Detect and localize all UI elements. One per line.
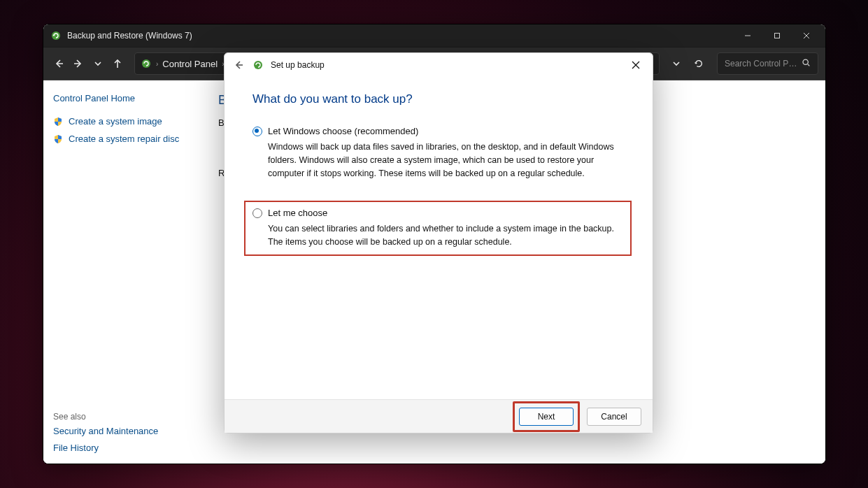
cancel-button[interactable]: Cancel: [587, 408, 641, 426]
backup-wizard-icon: [252, 59, 264, 71]
svg-point-9: [803, 59, 808, 64]
search-icon: [802, 58, 811, 69]
link-label: Create a system repair disc: [69, 134, 179, 144]
radio-let-windows-choose[interactable]: [252, 127, 262, 136]
nav-recent-button[interactable]: [90, 55, 106, 72]
nav-forward-button[interactable]: [70, 55, 87, 72]
shield-icon: [53, 134, 63, 144]
option-label: Let me choose: [268, 208, 327, 218]
minimize-button[interactable]: [733, 24, 762, 47]
setup-backup-dialog: Set up backup What do you want to back u…: [224, 52, 653, 433]
svg-point-12: [254, 61, 262, 69]
radio-let-me-choose[interactable]: [252, 208, 262, 218]
control-panel-home-link[interactable]: Control Panel Home: [53, 93, 187, 103]
create-system-image-link[interactable]: Create a system image: [53, 116, 187, 127]
window-title: Backup and Restore (Windows 7): [67, 31, 733, 41]
maximize-button[interactable]: [762, 24, 792, 47]
dialog-back-button[interactable]: [232, 58, 246, 72]
dialog-header: Set up backup: [225, 53, 653, 77]
dialog-footer: Next Cancel: [225, 399, 653, 433]
shield-icon: [53, 117, 63, 127]
link-label: Create a system image: [69, 116, 162, 127]
create-repair-disc-link[interactable]: Create a system repair disc: [53, 134, 187, 144]
option-description: You can select libraries and folders and…: [268, 222, 623, 249]
dialog-title: Set up backup: [271, 60, 615, 70]
address-dropdown-button[interactable]: [665, 52, 688, 75]
search-input[interactable]: Search Control P…: [717, 52, 818, 75]
see-also-heading: See also: [53, 412, 86, 422]
option-label: Let Windows choose (recommended): [268, 126, 418, 136]
option-description: Windows will back up data files saved in…: [268, 141, 625, 180]
dialog-close-button[interactable]: [622, 53, 650, 77]
svg-point-0: [52, 31, 60, 40]
dialog-body: What do you want to back up? Let Windows…: [225, 77, 653, 399]
dialog-question: What do you want to back up?: [252, 92, 625, 106]
chevron-right-icon: ›: [156, 60, 158, 68]
svg-point-8: [142, 59, 150, 68]
close-button[interactable]: [792, 24, 821, 47]
svg-rect-2: [775, 34, 780, 38]
search-placeholder: Search Control P…: [725, 59, 797, 69]
next-button[interactable]: Next: [519, 408, 574, 426]
breadcrumb-item[interactable]: Control Panel: [162, 59, 218, 69]
nav-back-button[interactable]: [50, 55, 67, 72]
refresh-button[interactable]: [688, 52, 710, 75]
titlebar: Backup and Restore (Windows 7): [43, 24, 825, 47]
backup-app-icon: [50, 30, 62, 41]
svg-line-10: [808, 64, 809, 66]
security-maintenance-link[interactable]: Security and Maintenance: [53, 423, 158, 440]
nav-up-button[interactable]: [109, 55, 126, 72]
option-let-windows-choose[interactable]: Let Windows choose (recommended) Windows…: [252, 123, 625, 182]
left-pane: Control Panel Home Create a system image…: [43, 80, 197, 464]
file-history-link[interactable]: File History: [53, 440, 158, 457]
highlight-box: Next: [513, 401, 580, 432]
option-let-me-choose[interactable]: Let me choose You can select libraries a…: [244, 201, 632, 256]
breadcrumb-icon: [141, 58, 152, 69]
